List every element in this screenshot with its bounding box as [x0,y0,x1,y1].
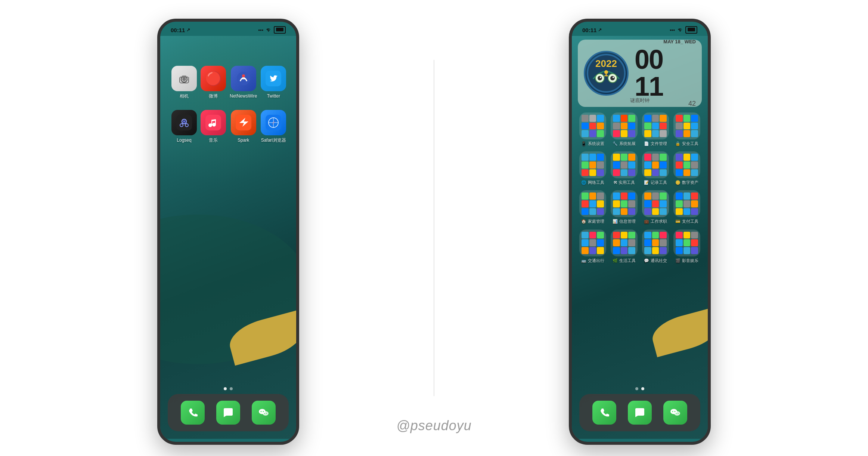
folder-digital-assets-label: 🪙 数字资产 [675,180,698,185]
folder-network-icon [579,151,606,178]
divider [434,60,434,396]
folder-system-settings[interactable]: 📱 系统设置 [579,113,607,146]
music-label: 音乐 [209,138,218,143]
folder-digital-assets[interactable]: 🪙 数字资产 [673,151,701,185]
svg-point-27 [263,411,264,412]
right-dock-phone[interactable] [592,401,616,425]
svg-point-11 [183,120,185,123]
folder-utility[interactable]: 🛠 实用工具 [610,151,638,185]
folder-system-settings-icon [579,113,606,139]
svg-point-28 [264,413,265,414]
right-time: 00:11 [582,27,596,33]
folder-recording-icon [642,151,669,178]
right-dock [579,394,700,431]
dock-messages[interactable] [216,401,240,425]
folder-info-mgmt-label: 📊 信息管理 [613,219,635,224]
folder-family-icon [579,190,606,217]
camera-label: 相机 [180,93,189,99]
svg-point-38 [604,70,608,74]
folder-security-label: 🔒 安全工具 [675,141,698,146]
right-dock-wechat[interactable] [663,401,687,425]
spark-icon [231,110,256,135]
folder-lifestyle-icon [611,229,638,256]
folder-security[interactable]: 🔒 安全工具 [673,113,701,146]
dock-wechat[interactable] [252,401,276,425]
right-dot-1 [635,387,638,390]
left-screen: 相机 🔴 微博 NetNewsWire [160,36,296,439]
folder-network[interactable]: 🌐 网络工具 [579,151,607,185]
clock-date: MAY 18_ WED [635,39,696,44]
folder-info-mgmt[interactable]: 📊 信息管理 [610,190,638,224]
svg-point-44 [672,411,673,412]
folder-payment[interactable]: 💳 支付工具 [673,190,701,224]
right-status-bar: 00:11 ↗ ▪▪▪ [572,22,708,36]
folder-security-icon [673,113,700,139]
left-time: 00:11 [171,27,185,33]
folder-file-mgmt[interactable]: 📄 文件管理 [641,113,670,146]
folder-transport-label: 🚌 交通出行 [581,258,604,263]
folder-system-ext[interactable]: 🔧 系统拓展 [610,113,638,146]
app-netnewswire[interactable]: NetNewsWire [230,66,257,99]
music-icon [201,110,226,135]
right-folder-grid: 📱 系统设置 🔧 系统拓展 [576,113,704,263]
clock-widget-name: 谜底时钟 [578,97,702,104]
folder-social[interactable]: 💬 通讯社交 [641,229,670,263]
right-dock-messages[interactable] [628,401,652,425]
left-status-right: ▪▪▪ [258,26,286,34]
folder-utility-icon [611,151,638,178]
svg-point-1 [182,77,186,81]
left-phone: 00:11 ↗ ▪▪▪ [157,19,299,445]
left-location-icon: ↗ [186,27,190,33]
folder-work-label: 💼 工作求职 [644,219,667,224]
logseq-icon [171,110,197,135]
clock-time: 00 11 [635,46,696,100]
folder-work[interactable]: 💼 工作求职 [641,190,670,224]
folder-entertainment-icon [673,229,700,256]
folder-info-mgmt-icon [611,190,638,217]
weibo-label: 微博 [209,93,218,99]
left-page-dots [224,387,233,390]
app-music[interactable]: 音乐 [201,110,226,143]
folder-system-ext-label: 🔧 系统拓展 [613,141,635,146]
app-logseq[interactable]: Logseq [171,110,197,143]
app-twitter[interactable]: Twitter [261,66,286,99]
clock-widget[interactable]: 2022 [578,40,702,107]
folder-digital-assets-icon [673,151,700,178]
left-status-bar: 00:11 ↗ ▪▪▪ [160,22,296,36]
left-status-left: 00:11 ↗ [171,27,190,33]
app-weibo[interactable]: 🔴 微博 [201,66,226,99]
app-camera[interactable]: 相机 [171,66,197,99]
left-battery-icon [274,26,286,34]
svg-point-29 [266,413,267,414]
folder-entertainment[interactable]: 🎬 影音娱乐 [673,229,701,263]
folder-recording[interactable]: 📝 记录工具 [641,151,670,185]
svg-text:2022: 2022 [595,58,617,69]
clock-badge: 2022 [584,51,629,96]
app-safari[interactable]: Safari浏览器 [261,110,286,143]
svg-point-35 [610,76,615,80]
folder-transport[interactable]: 🚌 交通出行 [579,229,607,263]
left-wifi-icon [266,28,272,32]
camera-icon [171,66,197,91]
folder-system-settings-label: 📱 系统设置 [581,141,604,146]
clock-hours: 00 [635,44,663,74]
right-phone: 00:11 ↗ ▪▪▪ [569,19,711,445]
weibo-icon: 🔴 [201,66,226,91]
folder-family[interactable]: 🏠 家庭管理 [579,190,607,224]
left-dot-1 [224,387,227,390]
folder-lifestyle-label: 🌿 生活工具 [613,258,635,263]
svg-point-34 [598,76,602,80]
folder-file-mgmt-icon [642,113,669,139]
page-wrapper: 00:11 ↗ ▪▪▪ [0,0,868,456]
left-app-grid: 相机 🔴 微博 NetNewsWire [160,58,296,151]
folder-network-label: 🌐 网络工具 [581,180,604,185]
svg-point-37 [613,77,614,78]
folder-work-icon [642,190,669,217]
folder-payment-label: 💳 支付工具 [675,219,698,224]
dock-phone[interactable] [181,401,205,425]
twitter-icon [261,66,286,91]
left-dot-2 [230,387,233,390]
app-spark[interactable]: Spark [230,110,257,143]
folder-lifestyle[interactable]: 🌿 生活工具 [610,229,638,263]
right-location-icon: ↗ [598,27,602,33]
